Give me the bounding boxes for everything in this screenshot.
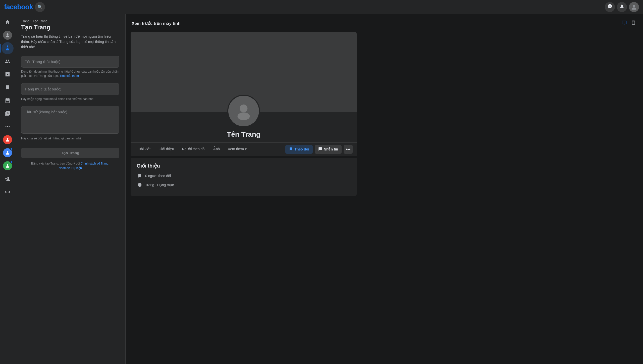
svg-point-8 <box>240 105 248 112</box>
about-title: Giới thiệu <box>137 163 351 169</box>
breadcrumb-sep: › <box>30 19 32 23</box>
notification-badge <box>10 148 13 150</box>
learn-more-link[interactable]: Tìm hiểu thêm <box>60 74 79 78</box>
terms-link-groups[interactable]: Nhóm và Sự kiện <box>59 166 82 170</box>
svg-point-1 <box>7 33 8 35</box>
follow-label: Theo dõi <box>294 147 309 151</box>
tab-posts[interactable]: Bài viết <box>135 143 154 155</box>
about-category-text: Trang · Hạng mục <box>145 183 174 187</box>
svg-point-6 <box>7 151 8 153</box>
sidebar-item-marketplace[interactable] <box>2 108 14 120</box>
page-preview-card: Tên Trang Bài viết Giới thiệu Người theo… <box>131 32 357 196</box>
page-tabs-bar: Bài viết Giới thiệu Người theo dõi Ảnh X… <box>131 142 357 156</box>
sidebar-item-find-friends[interactable] <box>2 173 14 185</box>
bio-hint: Hãy chia sẻ đôi nét về những gì bạn làm … <box>21 136 119 141</box>
sidebar-avatar3[interactable] <box>2 160 14 172</box>
about-section: Giới thiệu 0 người theo dõi Trang · Hạng… <box>131 156 357 196</box>
follow-button[interactable]: Theo dõi <box>285 145 312 154</box>
topnav-left: facebook 🔍 <box>4 2 45 12</box>
terms-link-pages[interactable]: Chính sách về Trang, <box>81 162 109 165</box>
breadcrumb: Trang › Tạo Trang <box>21 19 119 23</box>
bio-input[interactable] <box>21 106 119 134</box>
terms-prefix: Bằng việc tạo Trang, bạn đồng ý với <box>31 162 80 165</box>
desktop-preview-button[interactable] <box>620 19 628 28</box>
notification-badge-2 <box>10 161 13 163</box>
profile-avatar <box>3 31 12 40</box>
sidebar-item-link[interactable] <box>2 186 14 198</box>
sidebar-item-more[interactable] <box>2 121 14 133</box>
cover-photo-area <box>131 32 357 112</box>
sidebar-item-saved[interactable] <box>2 81 14 93</box>
category-input[interactable] <box>21 83 119 95</box>
message-label: Nhắn tin <box>324 147 338 151</box>
message-icon <box>318 147 322 152</box>
breadcrumb-parent: Trang <box>21 19 29 23</box>
preview-header: Xem trước trên máy tính <box>131 19 638 28</box>
user-avatar-button[interactable] <box>629 2 639 12</box>
about-followers-item: 0 người theo dõi <box>137 173 351 179</box>
messenger-button[interactable] <box>605 2 615 12</box>
sidebar-avatar1[interactable] <box>2 134 14 146</box>
notifications-button[interactable] <box>617 2 627 12</box>
preview-device-toggle <box>620 19 637 28</box>
breadcrumb-child: Tạo Trang <box>32 19 47 23</box>
page-title: Tạo Trang <box>21 24 119 31</box>
svg-point-0 <box>633 5 635 7</box>
about-followers-text: 0 người theo dõi <box>145 174 171 178</box>
page-name-input[interactable] <box>21 56 119 68</box>
tab-photos[interactable]: Ảnh <box>209 143 224 155</box>
sidebar-item-groups[interactable] <box>2 55 14 67</box>
category-hint: Hãy nhập hạng mục mô tả chính xác nhất v… <box>21 97 119 101</box>
sidebar-item-watch[interactable] <box>2 68 14 80</box>
message-button[interactable]: Nhắn tin <box>315 145 342 154</box>
svg-point-9 <box>238 113 250 120</box>
name-hint: Dùng tên doanh nghiệp/thương hiệu/tổ chứ… <box>21 70 119 78</box>
sidebar-item-pages[interactable] <box>2 42 14 54</box>
profile-picture-container <box>227 95 260 127</box>
svg-point-4 <box>9 126 10 127</box>
svg-point-2 <box>5 126 6 127</box>
create-page-form-panel: Trang › Tạo Trang Tạo Trang Trang sẽ hiể… <box>15 14 126 364</box>
search-button[interactable]: 🔍 <box>35 2 45 12</box>
svg-point-5 <box>7 138 8 140</box>
tab-about[interactable]: Giới thiệu <box>154 143 178 155</box>
about-category-item: Trang · Hạng mục <box>137 182 351 188</box>
search-icon: 🔍 <box>37 5 42 9</box>
contact-avatar-1 <box>3 135 12 144</box>
tab-more[interactable]: Xem thêm ▾ <box>224 143 251 155</box>
terms-text: Bằng việc tạo Trang, bạn đồng ý với Chín… <box>21 161 119 170</box>
preview-panel: Xem trước trên máy tính <box>126 14 643 364</box>
svg-point-7 <box>7 164 8 166</box>
mobile-preview-button[interactable] <box>630 19 637 28</box>
sidebar-item-home[interactable] <box>2 16 14 28</box>
facebook-logo: facebook <box>4 3 33 11</box>
page-action-buttons: Theo dõi Nhắn tin ••• <box>285 143 353 156</box>
preview-title: Xem trước trên máy tính <box>132 21 181 26</box>
messenger-icon <box>607 4 612 10</box>
profile-avatar-placeholder <box>228 96 259 126</box>
sidebar-avatar2[interactable] <box>2 147 14 159</box>
followers-icon <box>137 173 143 179</box>
page-description: Trang sẽ hiển thị thông tin về bạn để mọ… <box>21 34 119 50</box>
main-layout: Trang › Tạo Trang Tạo Trang Trang sẽ hiể… <box>0 14 643 364</box>
more-options-button[interactable]: ••• <box>344 145 353 154</box>
left-sidebar <box>0 14 15 364</box>
bell-icon <box>619 4 624 10</box>
preview-scroll-area[interactable]: Tên Trang Bài viết Giới thiệu Người theo… <box>131 32 638 364</box>
svg-point-3 <box>7 126 8 127</box>
follow-icon <box>289 147 293 152</box>
more-icon: ••• <box>346 147 351 152</box>
create-page-button[interactable]: Tạo Trang <box>21 148 119 158</box>
tab-followers[interactable]: Người theo dõi <box>178 143 209 155</box>
topnav-right <box>605 2 639 12</box>
sidebar-item-events[interactable] <box>2 94 14 107</box>
category-icon <box>137 182 143 188</box>
sidebar-item-profile[interactable] <box>2 29 14 41</box>
topnav: facebook 🔍 <box>0 0 643 14</box>
